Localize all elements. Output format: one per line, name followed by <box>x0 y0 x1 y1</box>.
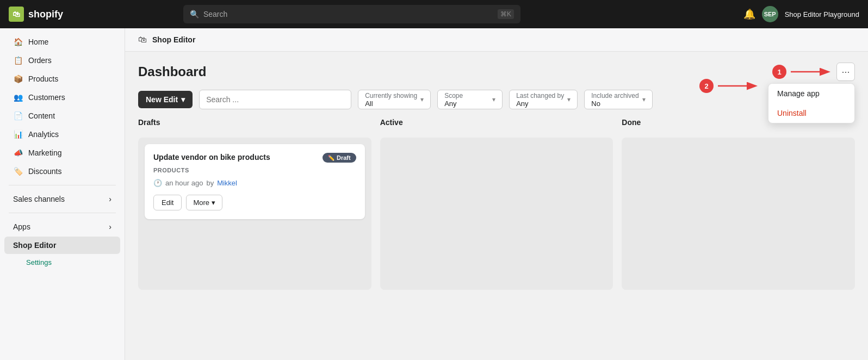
last-changed-label: Last changed by <box>516 92 564 100</box>
currently-showing-filter[interactable]: Currently showing All ▾ <box>358 90 431 109</box>
top-nav-right: 🔔 SEP Shop Editor Playground <box>743 6 859 22</box>
sidebar-item-marketing-label: Marketing <box>28 148 61 157</box>
last-changed-chevron: ▾ <box>567 96 571 103</box>
sidebar-item-customers-label: Customers <box>28 93 65 102</box>
kanban-board: Drafts Update vendor on bike products ✏️… <box>125 118 868 360</box>
ellipsis-icon: ··· <box>841 66 850 78</box>
card-top-1: Update vendor on bike products ✏️ Draft <box>153 153 356 163</box>
search-placeholder-text: Search <box>203 10 227 18</box>
shopify-bag-icon: 🛍 <box>9 7 24 22</box>
card-time-text: an hour ago <box>165 179 203 187</box>
filter-bar: New Edit ▾ Currently showing All ▾ Scope… <box>125 90 868 118</box>
page-header: 🛍 Shop Editor <box>125 28 868 52</box>
manage-app-label: Manage app <box>777 89 820 98</box>
sidebar-item-discounts-label: Discounts <box>28 167 61 176</box>
chevron-right-icon: › <box>109 195 111 203</box>
sidebar-sales-channels[interactable]: Sales channels › <box>4 190 120 208</box>
kanban-spacer-1 <box>371 118 380 347</box>
three-dot-menu-button[interactable]: ··· <box>836 63 855 81</box>
sidebar-item-content-label: Content <box>28 111 55 120</box>
marketing-icon: 📣 <box>13 148 23 157</box>
notification-bell-icon[interactable]: 🔔 <box>743 8 755 20</box>
search-shortcut-badge: ⌘K <box>498 9 514 19</box>
card-edit-label: Edit <box>162 198 173 207</box>
last-changed-filter[interactable]: Last changed by Any ▾ <box>509 90 578 109</box>
sidebar-item-discounts[interactable]: 🏷️ Discounts <box>4 163 120 180</box>
products-icon: 📦 <box>13 75 23 83</box>
card-actions-1: Edit More ▾ <box>153 195 356 210</box>
arrow-1-svg <box>789 66 832 77</box>
card-category-1: PRODUCTS <box>153 167 356 173</box>
sidebar-item-orders-label: Orders <box>28 56 52 65</box>
last-changed-value: Any <box>516 100 564 108</box>
header-row: Dashboard 1 ··· Manage app <box>125 52 868 90</box>
scope-chevron: ▾ <box>492 96 495 103</box>
global-search-bar[interactable]: 🔍 Search ⌘K <box>183 5 520 23</box>
dropdown-menu: Manage app Uninstall <box>768 83 855 123</box>
sidebar-item-content[interactable]: 📄 Content <box>4 107 120 125</box>
scope-value: Any <box>444 100 463 108</box>
search-input[interactable] <box>199 90 351 109</box>
page-header-title: Shop Editor <box>152 35 195 44</box>
card-more-button[interactable]: More ▾ <box>186 195 222 210</box>
sidebar-item-home[interactable]: 🏠 Home <box>4 33 120 51</box>
shopify-wordmark: shopify <box>28 9 63 20</box>
active-header: Active <box>380 118 613 131</box>
include-archived-label: Include archived <box>591 92 638 100</box>
chevron-down-icon: ▾ <box>181 95 185 104</box>
drafts-body: Update vendor on bike products ✏️ Draft … <box>138 138 371 290</box>
currently-showing-chevron: ▾ <box>420 96 424 103</box>
kanban-column-drafts: Drafts Update vendor on bike products ✏️… <box>138 118 371 347</box>
kanban-column-done: Done <box>622 118 855 347</box>
sidebar-item-marketing[interactable]: 📣 Marketing <box>4 144 120 162</box>
drafts-header: Drafts <box>138 118 371 131</box>
new-edit-button[interactable]: New Edit ▾ <box>138 91 193 108</box>
manage-app-item[interactable]: Manage app <box>768 84 854 103</box>
scope-filter[interactable]: Scope Any ▾ <box>437 90 503 109</box>
more-chevron-icon: ▾ <box>212 198 215 207</box>
include-archived-chevron: ▾ <box>642 96 646 103</box>
card-edit-button[interactable]: Edit <box>153 195 182 210</box>
avatar[interactable]: SEP <box>762 6 778 22</box>
card-title-1: Update vendor on bike products <box>153 153 318 162</box>
by-text: by <box>206 179 214 187</box>
sidebar-apps[interactable]: Apps › <box>4 218 120 235</box>
uninstall-item[interactable]: Uninstall <box>768 103 854 123</box>
annotation-1: 1 <box>772 65 786 79</box>
home-icon: 🏠 <box>13 38 23 46</box>
draft-badge-1: ✏️ Draft <box>323 153 356 163</box>
shopify-logo[interactable]: 🛍 shopify <box>9 7 63 22</box>
sidebar-item-customers[interactable]: 👥 Customers <box>4 89 120 106</box>
sidebar-divider-2 <box>9 213 116 213</box>
page-title: Dashboard <box>138 64 206 79</box>
content-icon: 📄 <box>13 111 23 120</box>
sidebar-item-analytics[interactable]: 📊 Analytics <box>4 126 120 143</box>
sidebar-item-products[interactable]: 📦 Products <box>4 70 120 88</box>
sidebar-divider-1 <box>9 185 116 185</box>
card-time-1: 🕐 an hour ago by Mikkel <box>153 179 356 187</box>
discounts-icon: 🏷️ <box>13 167 23 176</box>
analytics-icon: 📊 <box>13 130 23 139</box>
sidebar-item-orders[interactable]: 📋 Orders <box>4 52 120 69</box>
currently-showing-label: Currently showing <box>365 92 417 100</box>
shop-editor-label: Shop Editor <box>13 241 56 250</box>
sidebar: 🏠 Home 📋 Orders 📦 Products 👥 Customers 📄… <box>0 28 125 360</box>
sidebar-item-shop-editor[interactable]: Shop Editor <box>4 237 120 254</box>
search-icon: 🔍 <box>190 10 199 18</box>
sidebar-item-home-label: Home <box>28 38 48 46</box>
active-body <box>380 138 613 290</box>
orders-icon: 📋 <box>13 56 23 65</box>
sidebar-item-settings[interactable]: Settings <box>4 255 120 270</box>
main-layout: 🏠 Home 📋 Orders 📦 Products 👥 Customers 📄… <box>0 28 868 360</box>
top-nav: 🛍 shopify 🔍 Search ⌘K 🔔 SEP Shop Editor … <box>0 0 868 28</box>
new-edit-label: New Edit <box>146 95 178 104</box>
draft-badge-text: Draft <box>337 154 351 161</box>
include-archived-filter[interactable]: Include archived No ▾ <box>584 90 652 109</box>
page-header-icon: 🛍 <box>138 35 147 45</box>
store-name: Shop Editor Playground <box>785 10 859 18</box>
main-content: 🛍 Shop Editor Dashboard 1 ··· <box>125 28 868 360</box>
clock-icon: 🕐 <box>153 179 162 187</box>
card-more-label: More <box>193 198 209 207</box>
currently-showing-value: All <box>365 100 417 108</box>
card-author: Mikkel <box>217 179 237 187</box>
